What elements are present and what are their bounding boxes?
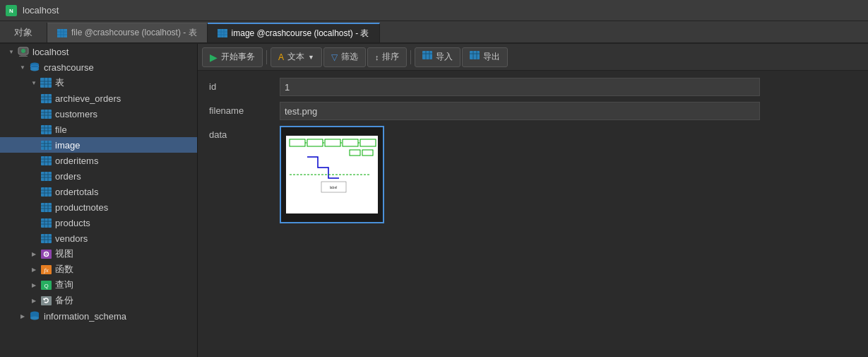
svg-text:N: N — [9, 8, 13, 14]
sidebar-item-ordertotals[interactable]: ordertotals — [0, 184, 197, 199]
sidebar-item-functions[interactable]: fx 函数 — [0, 262, 197, 277]
localhost-icon — [17, 45, 30, 58]
table-label-1: customers — [55, 109, 97, 119]
id-input[interactable] — [280, 78, 760, 96]
views-toggle[interactable] — [28, 246, 40, 262]
toolbar: ▶ 开始事务 A 文本 ▼ ▽ 筛选 ↕ 排序 — [198, 44, 868, 71]
import-button[interactable]: 导入 — [415, 47, 460, 67]
tables-toggle[interactable] — [28, 75, 40, 90]
svg-rect-25 — [41, 94, 52, 103]
field-row-filename: filename — [209, 102, 857, 120]
svg-rect-60 — [41, 203, 52, 212]
info-toggle[interactable] — [17, 308, 28, 324]
title-bar: N localhost — [0, 0, 868, 21]
sidebar-item-file[interactable]: file — [0, 122, 197, 137]
table-row-icon-4 — [40, 154, 52, 167]
tab-file-label: file @crashcourse (localhost) - 表 — [71, 27, 197, 39]
table-row-icon-6 — [40, 185, 52, 198]
sidebar-item-orders[interactable]: orders — [0, 168, 197, 184]
svg-text:Q: Q — [44, 283, 48, 289]
tab-objects[interactable]: 对象 — [0, 23, 47, 42]
queries-toggle[interactable] — [28, 277, 40, 293]
table-row-icon-2 — [40, 123, 52, 136]
filename-input[interactable] — [280, 102, 760, 120]
text-button[interactable]: A 文本 ▼ — [270, 47, 322, 67]
sidebar-item-archieve-orders[interactable]: archieve_orders — [0, 90, 197, 106]
svg-text:label: label — [330, 185, 338, 189]
functions-toggle[interactable] — [28, 262, 40, 277]
svg-rect-2 — [57, 29, 67, 37]
svg-rect-86 — [422, 51, 432, 59]
filter-icon: ▽ — [331, 52, 338, 62]
start-icon: ▶ — [210, 52, 218, 63]
info-schema-label: information_schema — [44, 311, 126, 322]
table-label-9: vendors — [55, 233, 88, 244]
tables-label: 表 — [55, 76, 64, 89]
sidebar-item-info-schema[interactable]: information_schema — [0, 308, 197, 324]
sidebar-item-localhost[interactable]: localhost — [0, 44, 197, 59]
text-icon: A — [278, 52, 284, 62]
sidebar-item-vendors[interactable]: vendors — [0, 230, 197, 246]
sidebar-item-views[interactable]: 视图 — [0, 246, 197, 262]
backup-toggle[interactable] — [28, 293, 40, 308]
svg-rect-40 — [41, 141, 52, 150]
queries-label: 查询 — [55, 279, 73, 291]
app-icon: N — [6, 5, 17, 16]
table-row-icon-0 — [40, 92, 52, 105]
sort-label: 排序 — [382, 51, 399, 63]
sidebar-item-orderitems[interactable]: orderitems — [0, 153, 197, 168]
export-label: 导出 — [483, 51, 500, 63]
toolbar-separator-2 — [410, 50, 411, 64]
svg-rect-90 — [470, 51, 480, 59]
sort-icon: ↕ — [375, 53, 379, 62]
filter-button[interactable]: ▽ 筛选 — [323, 47, 366, 67]
tab-objects-label: 对象 — [14, 26, 32, 39]
sort-button[interactable]: ↕ 排序 — [367, 47, 408, 67]
sidebar-item-productnotes[interactable]: productnotes — [0, 199, 197, 215]
export-icon — [470, 51, 480, 63]
field-row-data: data — [209, 126, 857, 223]
svg-rect-7 — [218, 29, 227, 37]
start-transaction-button[interactable]: ▶ 开始事务 — [202, 47, 263, 67]
svg-rect-20 — [40, 78, 52, 88]
info-db-icon — [28, 310, 41, 322]
localhost-label: localhost — [32, 47, 69, 57]
tab-file-table[interactable]: file @crashcourse (localhost) - 表 — [47, 23, 208, 42]
localhost-toggle[interactable] — [6, 44, 17, 59]
table-icon-image — [218, 28, 227, 38]
data-value-container: label — [280, 126, 760, 223]
sidebar-item-products[interactable]: products — [0, 215, 197, 230]
sidebar-item-customers[interactable]: customers — [0, 106, 197, 122]
image-diagram-svg: label — [286, 136, 378, 213]
import-icon — [422, 51, 432, 63]
tables-icon — [40, 76, 52, 89]
svg-rect-50 — [41, 172, 52, 181]
views-label: 视图 — [55, 247, 73, 260]
table-label-6: ordertotals — [55, 187, 98, 197]
svg-rect-82 — [41, 296, 52, 305]
functions-label: 函数 — [55, 263, 73, 276]
db-icon — [28, 61, 41, 74]
table-label-5: orders — [55, 171, 81, 182]
image-preview[interactable]: label — [280, 126, 384, 223]
data-label: data — [209, 126, 280, 140]
sidebar-item-image[interactable]: image — [0, 137, 197, 153]
queries-icon: Q — [40, 279, 52, 291]
svg-rect-55 — [41, 187, 52, 197]
sidebar-item-crashcourse[interactable]: crashcourse — [0, 59, 197, 75]
sidebar-item-backup[interactable]: 备份 — [0, 293, 197, 308]
tab-image-table[interactable]: image @crashcourse (localhost) - 表 — [208, 23, 380, 42]
table-label-4: orderitems — [55, 156, 98, 166]
sidebar-item-tables[interactable]: 表 — [0, 75, 197, 90]
table-row-icon-5 — [40, 170, 52, 182]
table-row-icon-9 — [40, 232, 52, 245]
export-button[interactable]: 导出 — [462, 47, 508, 67]
crashcourse-toggle[interactable] — [17, 59, 28, 75]
sidebar-item-queries[interactable]: Q 查询 — [0, 277, 197, 293]
table-row-icon-8 — [40, 216, 52, 229]
svg-rect-65 — [41, 218, 52, 228]
table-label-3: image — [55, 140, 80, 151]
svg-text:fx: fx — [44, 267, 49, 274]
table-label-0: archieve_orders — [55, 93, 121, 104]
main-layout: localhost crashcourse — [0, 44, 868, 357]
